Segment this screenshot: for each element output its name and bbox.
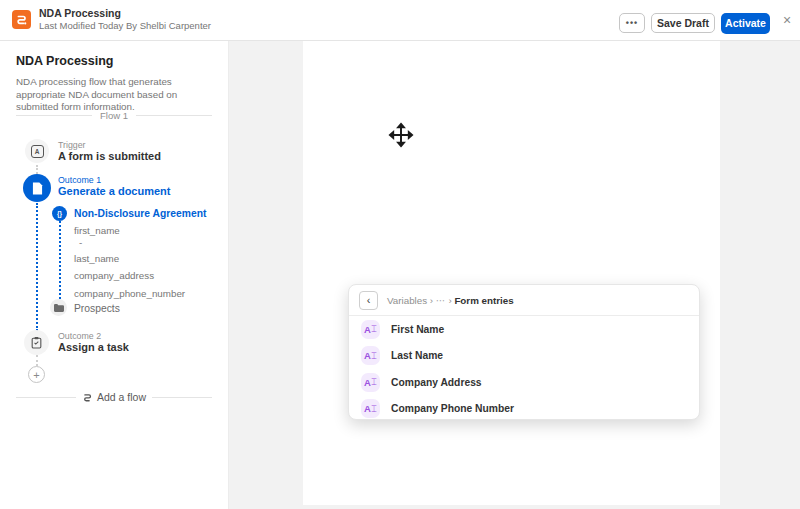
- workflow-sidebar: NDA Processing NDA processing flow that …: [0, 40, 229, 509]
- variables-dropdown: ‹ Variables › ⋯ › Form entries A⌶ First …: [348, 284, 700, 420]
- sidebar-tag-first-name: first_name: [74, 225, 120, 236]
- text-variable-icon: A⌶: [361, 373, 380, 392]
- trigger-node[interactable]: A: [25, 139, 49, 163]
- app-window: NDA Processing Last Modified Today By Sh…: [0, 0, 800, 509]
- docgen-template-icon: {}: [52, 206, 67, 221]
- add-flow-label: Add a flow: [93, 391, 152, 403]
- outcome1-kicker: Outcome 1: [58, 175, 101, 185]
- sidebar-workflow-title: NDA Processing: [16, 54, 113, 68]
- text-variable-icon: A⌶: [361, 399, 380, 418]
- sidebar-tag-last-name: last_name: [74, 253, 119, 264]
- close-icon[interactable]: ×: [779, 12, 795, 28]
- outcome2-label[interactable]: Assign a task: [58, 341, 129, 353]
- text-variable-icon: A⌶: [361, 320, 380, 339]
- dropdown-item-last-name[interactable]: A⌶ Last Name: [349, 343, 699, 370]
- save-draft-button[interactable]: Save Draft: [651, 13, 715, 33]
- top-bar: NDA Processing Last Modified Today By Sh…: [0, 0, 800, 41]
- dropdown-header: ‹ Variables › ⋯ › Form entries: [349, 285, 699, 316]
- dropdown-item-company-address[interactable]: A⌶ Company Address: [349, 369, 699, 396]
- dropdown-item-first-name[interactable]: A⌶ First Name: [349, 316, 699, 343]
- sidebar-template-link[interactable]: Non-Disclosure Agreement: [74, 208, 206, 219]
- outcome2-node[interactable]: [24, 330, 49, 355]
- flow-divider: Flow 1: [16, 110, 212, 121]
- folder-icon: [50, 299, 67, 316]
- sidebar-workflow-description: NDA processing flow that generates appro…: [16, 76, 214, 114]
- step-config-panel: [303, 40, 720, 505]
- sidebar-tag-company-phone: company_phone_number: [74, 288, 185, 299]
- form-trigger-icon: A: [31, 145, 44, 158]
- dropdown-breadcrumb: Variables › ⋯ › Form entries: [387, 295, 514, 306]
- sidebar-tag-dash: -: [79, 237, 82, 248]
- workflow-subtitle: Last Modified Today By Shelbi Carpenter: [39, 20, 211, 31]
- document-icon: [32, 182, 43, 195]
- connector-template-tags: [59, 221, 61, 299]
- relay-logo-icon: [12, 10, 31, 29]
- activate-button[interactable]: Activate: [721, 13, 770, 34]
- trigger-label[interactable]: A form is submitted: [58, 150, 161, 162]
- more-options-button[interactable]: •••: [619, 13, 645, 33]
- sidebar-folder-label[interactable]: Prospects: [74, 303, 120, 314]
- outcome1-node[interactable]: [23, 174, 51, 202]
- outcome1-label[interactable]: Generate a document: [58, 185, 170, 197]
- add-step-button[interactable]: +: [28, 366, 45, 383]
- add-flow-icon: [82, 392, 93, 403]
- move-cursor: [388, 122, 414, 148]
- text-variable-icon: A⌶: [361, 346, 380, 365]
- dropdown-item-company-phone[interactable]: A⌶ Company Phone Number: [349, 396, 699, 423]
- sidebar-tag-company-address: company_address: [74, 270, 154, 281]
- connector-outcome2-add: [36, 355, 38, 366]
- outcome2-kicker: Outcome 2: [58, 331, 101, 341]
- connector-trigger-outcome1: [36, 165, 38, 174]
- add-flow-row[interactable]: Add a flow: [16, 391, 212, 403]
- workflow-title: NDA Processing: [39, 7, 121, 19]
- flow-divider-label: Flow 1: [92, 110, 136, 121]
- back-chevron-icon[interactable]: ‹: [359, 291, 378, 310]
- trigger-kicker: Trigger: [58, 140, 86, 150]
- task-icon: [31, 336, 42, 349]
- connector-outcome1-outcome2: [36, 203, 38, 331]
